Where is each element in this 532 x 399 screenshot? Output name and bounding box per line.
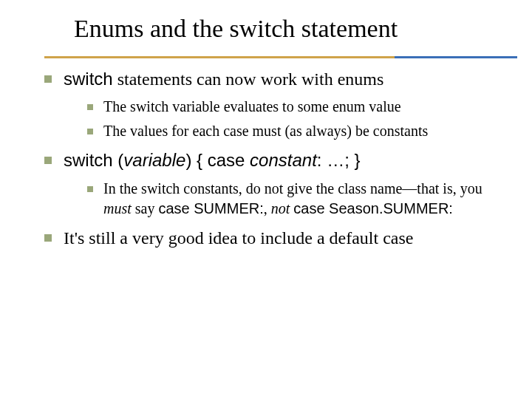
sub1-not: not <box>271 200 290 216</box>
bullet-2-variable: variable <box>123 150 185 170</box>
sub1-must: must <box>103 200 132 216</box>
slide-title: Enums and the switch statement <box>74 15 502 43</box>
bullet-list: switch statements can now work with enum… <box>30 67 502 250</box>
bullet-2: switch (variable) { case constant: …; } … <box>44 149 502 218</box>
bullet-2-constant: constant <box>250 150 317 170</box>
sub1-code-1: case SUMMER: <box>158 200 263 216</box>
bullet-2-seg-a: switch ( <box>64 150 123 170</box>
bullet-1-sub-2: The values for each case must (as always… <box>87 121 502 141</box>
bullet-1-keyword: switch <box>64 69 113 89</box>
bullet-1: switch statements can now work with enum… <box>44 67 502 141</box>
bullet-2-seg-c: : …; } <box>317 150 361 170</box>
slide: Enums and the switch statement switch st… <box>0 0 532 399</box>
bullet-1-sub-1: The switch variable evaluates to some en… <box>87 97 502 117</box>
bullet-2-sublist: In the switch constants, do not give the… <box>64 179 502 219</box>
title-underline <box>44 56 517 58</box>
sub1-text-a: In the switch constants, do not give the… <box>103 180 482 197</box>
bullet-3: It's still a very good idea to include a… <box>44 226 502 250</box>
bullet-2-seg-b: ) { case <box>185 150 250 170</box>
sub1-text-c: , <box>264 200 271 216</box>
sub1-text-b: say <box>132 200 159 216</box>
bullet-2-sub-1: In the switch constants, do not give the… <box>87 179 502 219</box>
bullet-1-text: statements can now work with enums <box>113 69 384 89</box>
sub1-code-2: case Season.SUMMER: <box>293 200 453 216</box>
bullet-1-sublist: The switch variable evaluates to some en… <box>64 97 502 141</box>
